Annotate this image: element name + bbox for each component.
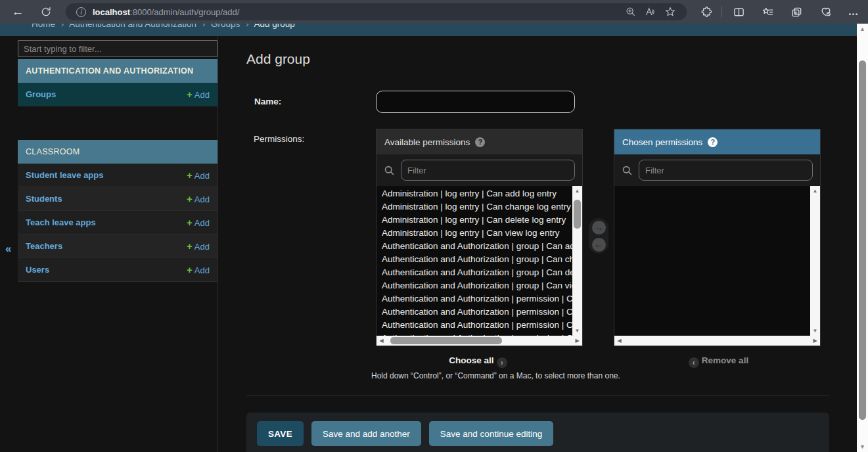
browser-window: ← i localhost:8000/admin/auth/group/add/ [0, 0, 868, 452]
sidebar-groups-link[interactable]: Groups [26, 89, 56, 99]
chosen-permissions-box: Chosen permissions ? ▲ ▼ ◀ [614, 129, 821, 346]
scrollbar-thumb[interactable] [859, 60, 866, 420]
available-vertical-scrollbar[interactable]: ▲ ▼ [572, 186, 582, 336]
sidebar-filter-input[interactable] [18, 40, 217, 57]
extensions-icon[interactable] [695, 0, 716, 24]
scroll-down-icon[interactable]: ▼ [859, 441, 865, 452]
plus-icon: + [187, 264, 193, 275]
sidebar-model-link[interactable]: Users [26, 265, 49, 275]
page-scrollbar[interactable]: ▲ ▼ [857, 24, 868, 452]
scrollbar-thumb[interactable] [390, 337, 502, 344]
permission-option[interactable]: Administration | log entry | Can change … [377, 200, 572, 214]
breadcrumb-home-link[interactable]: Home [32, 24, 55, 29]
address-bar[interactable]: i localhost:8000/admin/auth/group/add/ [66, 3, 687, 20]
chosen-filter-input[interactable] [639, 160, 813, 181]
scroll-up-icon[interactable]: ▲ [859, 24, 865, 34]
read-aloud-icon[interactable] [641, 3, 660, 20]
add-link[interactable]: +Add [187, 193, 210, 204]
back-icon[interactable]: ← [8, 0, 28, 24]
permission-option[interactable]: Authentication and Authorization | group… [377, 266, 572, 279]
permission-option[interactable]: Authentication and Authorization | permi… [377, 319, 572, 332]
choose-all-link[interactable]: Choose all› [376, 355, 583, 368]
permission-option[interactable]: Authentication and Authorization | group… [377, 279, 572, 292]
sidebar-item: Students +Add [18, 187, 217, 211]
selector-arrows: → ← [589, 218, 608, 254]
breadcrumb-separator: › [202, 24, 206, 29]
name-label: Name: [254, 97, 281, 106]
plus-icon: + [187, 89, 193, 100]
scrollbar-thumb[interactable] [574, 200, 581, 229]
permission-option[interactable]: Administration | log entry | Can add log… [377, 187, 572, 200]
add-groups-link[interactable]: +Add [187, 89, 210, 100]
save-continue-editing-button[interactable]: Save and continue editing [429, 421, 553, 446]
scroll-left-icon[interactable]: ◀ [614, 336, 624, 346]
remove-all-link[interactable]: ‹Remove all [614, 355, 821, 368]
sidebar-model-link[interactable]: Students [26, 194, 62, 204]
sidebar-section-auth: AUTHENTICATION AND AUTHORIZATION Groups … [18, 59, 217, 106]
url-text: localhost:8000/admin/auth/group/add/ [93, 7, 621, 17]
browser-toolbar: ← i localhost:8000/admin/auth/group/add/ [0, 0, 868, 24]
site-info-icon[interactable]: i [76, 7, 86, 17]
scroll-right-icon[interactable]: ▶ [572, 336, 582, 346]
help-icon[interactable]: ? [475, 137, 485, 147]
available-horizontal-scrollbar[interactable]: ◀ ▶ [377, 336, 582, 346]
permission-option[interactable]: Authentication and Authorization | group… [377, 253, 572, 266]
save-add-another-button[interactable]: Save and add another [311, 421, 421, 446]
collections-add-icon[interactable] [786, 0, 807, 24]
scroll-up-icon[interactable]: ▲ [572, 186, 582, 196]
favorite-star-icon[interactable] [660, 3, 680, 20]
help-icon[interactable]: ? [708, 137, 718, 147]
page-content: Home › Authentication and Authorization … [0, 24, 868, 452]
sidebar-section-auth-caption[interactable]: AUTHENTICATION AND AUTHORIZATION [18, 59, 217, 83]
favorites-hub-icon[interactable] [757, 0, 778, 24]
add-link[interactable]: +Add [187, 240, 210, 252]
sidebar-collapse-toggle[interactable]: « [5, 242, 11, 256]
sidebar-model-link[interactable]: Teachers [26, 241, 62, 251]
sidebar-item: Teach leave apps +Add [18, 211, 217, 235]
search-icon [384, 165, 395, 176]
available-permissions-box: Available permissions ? Administration |… [376, 129, 583, 346]
refresh-icon[interactable] [36, 0, 56, 24]
breadcrumb-auth-link[interactable]: Authentication and Authorization [69, 24, 196, 29]
name-field[interactable] [376, 91, 575, 113]
browser-essentials-icon[interactable] [815, 0, 837, 24]
zoom-icon[interactable] [621, 3, 641, 20]
available-permissions-header: Available permissions ? [377, 129, 582, 154]
choose-arrow-icon[interactable]: → [592, 221, 606, 235]
permission-option[interactable]: Authentication and Authorization | permi… [377, 292, 572, 305]
sidebar-model-link[interactable]: Teach leave apps [26, 217, 96, 227]
scroll-up-icon[interactable]: ▲ [810, 186, 820, 196]
chosen-permissions-header: Chosen permissions ? [614, 129, 820, 154]
available-filter-input[interactable] [401, 160, 575, 181]
settings-menu-icon[interactable]: … [843, 0, 864, 24]
scroll-right-icon[interactable]: ▶ [810, 336, 820, 346]
available-permissions-list: Administration | log entry | Can add log… [377, 186, 582, 336]
available-options: Administration | log entry | Can add log… [377, 187, 572, 336]
breadcrumb-groups-link[interactable]: Groups [211, 24, 240, 29]
split-screen-icon[interactable] [728, 0, 749, 24]
sidebar-section-classroom: CLASSROOM Student leave apps +Add Studen… [18, 140, 217, 282]
chosen-vertical-scrollbar[interactable]: ▲ ▼ [810, 186, 820, 336]
scroll-left-icon[interactable]: ◀ [377, 336, 386, 346]
permission-option[interactable]: Authentication and Authorization | permi… [377, 305, 572, 319]
sidebar-model-link[interactable]: Student leave apps [26, 170, 103, 180]
remove-arrow-icon[interactable]: ← [592, 238, 606, 252]
remove-all-icon: ‹ [689, 357, 699, 368]
breadcrumb-current: Add group [254, 24, 295, 29]
permission-option[interactable]: Administration | log entry | Can delete … [377, 214, 572, 227]
permission-option[interactable]: Authentication and Authorization | group… [377, 240, 572, 253]
add-link[interactable]: +Add [187, 170, 210, 181]
sidebar-section-classroom-caption[interactable]: CLASSROOM [18, 140, 217, 164]
add-link[interactable]: +Add [187, 264, 210, 275]
plus-icon: + [187, 193, 193, 204]
scroll-down-icon[interactable]: ▼ [572, 326, 582, 336]
chosen-horizontal-scrollbar[interactable]: ◀ ▶ [614, 336, 820, 346]
save-button[interactable]: SAVE [257, 421, 304, 446]
selector-help-text: Hold down “Control”, or “Command” on a M… [371, 371, 620, 380]
breadcrumb-separator: › [61, 24, 64, 29]
submit-row: SAVE Save and add another Save and conti… [246, 413, 829, 452]
scroll-down-icon[interactable]: ▼ [810, 326, 820, 336]
add-link[interactable]: +Add [187, 217, 210, 228]
form-divider [246, 395, 829, 395]
permission-option[interactable]: Administration | log entry | Can view lo… [377, 227, 572, 240]
